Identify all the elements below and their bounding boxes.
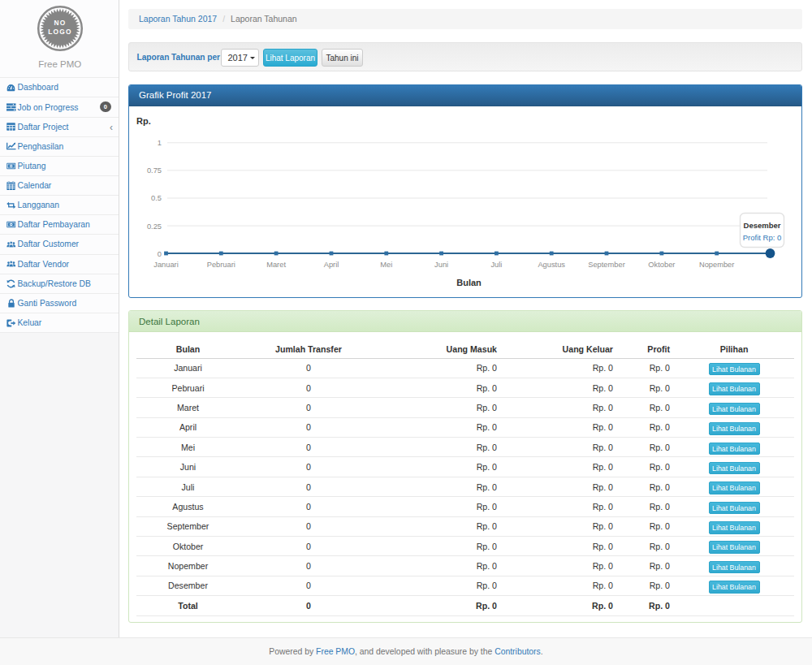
svg-text:0.75: 0.75 [147,166,162,175]
svg-text:Oktober: Oktober [648,261,675,269]
svg-text:Nopember: Nopember [699,261,734,269]
svg-text:Rp.: Rp. [136,115,151,125]
svg-text:Juli: Juli [490,261,502,269]
svg-text:Maret: Maret [266,261,286,269]
svg-text:NO: NO [54,19,66,27]
svg-text:April: April [324,261,339,269]
svg-text:September: September [588,261,624,269]
svg-text:Desember: Desember [744,220,781,229]
svg-text:Mei: Mei [380,261,392,269]
svg-text:Profit Rp: 0: Profit Rp: 0 [743,232,782,241]
svg-text:0.5: 0.5 [151,194,162,202]
svg-text:Pebruari: Pebruari [207,261,235,269]
svg-text:Agustus: Agustus [538,261,565,269]
svg-text:LOGO: LOGO [48,28,71,36]
svg-text:Januari: Januari [153,261,179,269]
svg-text:0.25: 0.25 [147,222,162,230]
svg-text:Juni: Juni [434,261,448,269]
svg-text:Bulan: Bulan [456,278,482,287]
svg-text:0: 0 [158,249,162,257]
svg-text:1: 1 [158,139,162,147]
